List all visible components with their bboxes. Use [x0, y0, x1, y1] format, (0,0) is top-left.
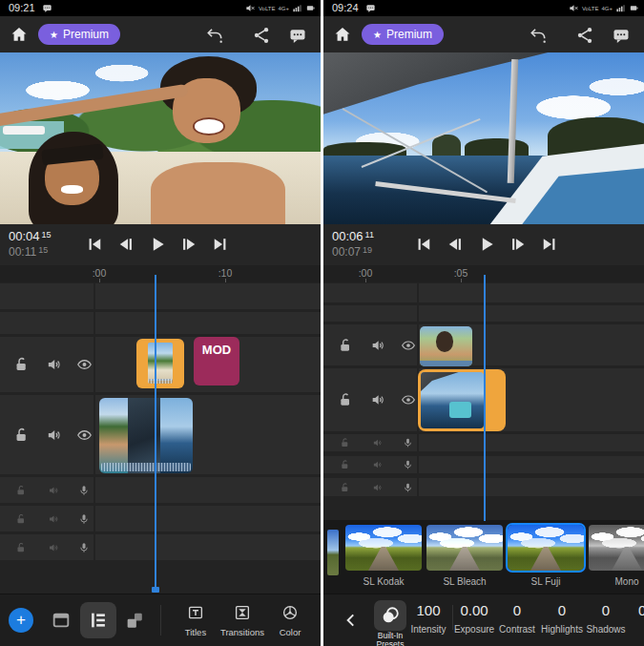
- volume-icon[interactable]: [370, 392, 385, 407]
- selected-boat-clip[interactable]: [418, 369, 506, 431]
- built-in-presets-button[interactable]: [374, 600, 406, 631]
- visibility-eye-icon[interactable]: [401, 338, 416, 353]
- status-clock: 09:21: [9, 2, 35, 13]
- back-chevron-icon[interactable]: [343, 611, 360, 630]
- preset-sl-fuji-selected[interactable]: SL Fuji: [508, 525, 584, 587]
- microphone-icon[interactable]: [403, 460, 413, 470]
- feedback-icon[interactable]: [612, 26, 631, 45]
- microphone-icon[interactable]: [403, 438, 413, 448]
- volume-icon[interactable]: [48, 542, 59, 553]
- volume-icon[interactable]: [48, 485, 59, 496]
- ruler-label: :00: [351, 267, 380, 279]
- ruler-tick: [99, 279, 100, 282]
- home-icon[interactable]: [10, 25, 29, 44]
- intensity-label: Intensity: [404, 624, 453, 635]
- share-icon[interactable]: [252, 26, 271, 45]
- shadows-control[interactable]: 0 Shadows: [581, 602, 631, 635]
- share-icon[interactable]: [575, 26, 594, 45]
- playhead-handle[interactable]: [152, 587, 159, 593]
- go-to-end-button[interactable]: [210, 232, 231, 257]
- ruler-tick: [461, 279, 462, 282]
- audio-track-2[interactable]: [0, 506, 321, 531]
- titles-tool[interactable]: Titles: [169, 604, 222, 637]
- lock-open-icon[interactable]: [15, 513, 27, 525]
- intensity-control[interactable]: 100 Intensity: [404, 602, 453, 635]
- transitions-tool[interactable]: Transitions: [216, 604, 269, 637]
- timeline-ruler[interactable]: :00 :10: [0, 265, 321, 282]
- lock-open-icon[interactable]: [15, 542, 27, 553]
- volume-icon[interactable]: [370, 338, 385, 353]
- visibility-eye-icon[interactable]: [401, 392, 416, 407]
- main-video-clip[interactable]: [99, 398, 193, 473]
- microphone-icon[interactable]: [78, 485, 90, 496]
- step-forward-button[interactable]: [178, 232, 199, 257]
- step-forward-button[interactable]: [508, 232, 529, 257]
- next-control-partial-value[interactable]: 0: [638, 602, 644, 618]
- volume-icon[interactable]: [48, 513, 59, 525]
- lock-open-icon[interactable]: [338, 338, 353, 353]
- lock-open-icon[interactable]: [338, 392, 353, 407]
- undo-icon[interactable]: [205, 26, 224, 45]
- audio-track-3[interactable]: [0, 534, 321, 560]
- step-back-button[interactable]: [115, 232, 136, 257]
- color-tool[interactable]: Color: [263, 604, 317, 637]
- track-header-divider: [93, 395, 95, 474]
- color-wheel-icon: [281, 604, 299, 621]
- volte-indicator: VoLTE: [259, 6, 276, 11]
- lock-open-icon[interactable]: [15, 485, 27, 496]
- transitions-label: Transitions: [216, 627, 269, 637]
- thumbnail-boat: [449, 402, 470, 419]
- highlights-control[interactable]: 0 Highlights: [537, 602, 587, 635]
- shadows-value: 0: [581, 602, 631, 618]
- feedback-icon[interactable]: [288, 26, 307, 45]
- undo-icon[interactable]: [529, 26, 548, 45]
- go-to-start-button[interactable]: [413, 232, 434, 257]
- volume-icon[interactable]: [372, 438, 383, 448]
- preset-sl-bleach[interactable]: SL Bleach: [426, 525, 503, 587]
- playhead[interactable]: [155, 275, 156, 590]
- clip-thumbnail: [436, 331, 454, 352]
- highlights-value: 0: [537, 602, 587, 618]
- mod-graphic-clip[interactable]: MOD: [194, 337, 239, 386]
- overlay-clip-person[interactable]: [420, 326, 472, 366]
- visibility-eye-icon[interactable]: [76, 357, 93, 373]
- go-to-start-button[interactable]: [84, 232, 105, 257]
- premium-button[interactable]: ★ Premium: [362, 24, 444, 45]
- transport-bar: 00:0415 00:1115: [0, 224, 321, 265]
- play-button[interactable]: [147, 232, 168, 257]
- app-bar: ★ Premium: [0, 16, 321, 52]
- playhead[interactable]: [484, 275, 486, 521]
- preset-thumbnail-partial[interactable]: [327, 530, 339, 575]
- media-browser-icon[interactable]: [51, 610, 72, 631]
- lock-open-icon[interactable]: [340, 438, 350, 448]
- add-media-button[interactable]: +: [9, 608, 33, 633]
- contrast-control[interactable]: 0 Contrast: [492, 602, 542, 635]
- volume-icon[interactable]: [372, 482, 383, 492]
- timeline-view-button-selected[interactable]: [80, 602, 116, 638]
- lock-open-icon[interactable]: [340, 460, 350, 470]
- lock-open-icon[interactable]: [13, 427, 30, 443]
- home-icon[interactable]: [333, 25, 352, 44]
- preset-mono[interactable]: Mono: [589, 525, 644, 587]
- empty-track-row[interactable]: [0, 283, 321, 309]
- visibility-eye-icon[interactable]: [76, 427, 93, 443]
- audio-track-1[interactable]: [0, 477, 321, 503]
- preset-thumbnail: [589, 525, 644, 571]
- lock-open-icon[interactable]: [13, 357, 30, 373]
- volume-icon[interactable]: [372, 460, 383, 470]
- go-to-end-button[interactable]: [539, 232, 560, 257]
- premium-button[interactable]: ★ Premium: [38, 24, 120, 45]
- microphone-icon[interactable]: [78, 513, 90, 525]
- step-back-button[interactable]: [445, 232, 466, 257]
- track-header-divider: [417, 434, 419, 451]
- empty-track-row[interactable]: [0, 312, 321, 334]
- microphone-icon[interactable]: [403, 482, 413, 492]
- dual-view-icon[interactable]: [124, 610, 145, 631]
- preset-sl-kodak[interactable]: SL Kodak: [345, 525, 422, 587]
- selected-overlay-clip[interactable]: [136, 339, 184, 388]
- microphone-icon[interactable]: [78, 542, 90, 553]
- volume-icon[interactable]: [46, 427, 62, 443]
- lock-open-icon[interactable]: [340, 482, 350, 492]
- volume-icon[interactable]: [46, 357, 62, 373]
- play-button[interactable]: [476, 232, 497, 257]
